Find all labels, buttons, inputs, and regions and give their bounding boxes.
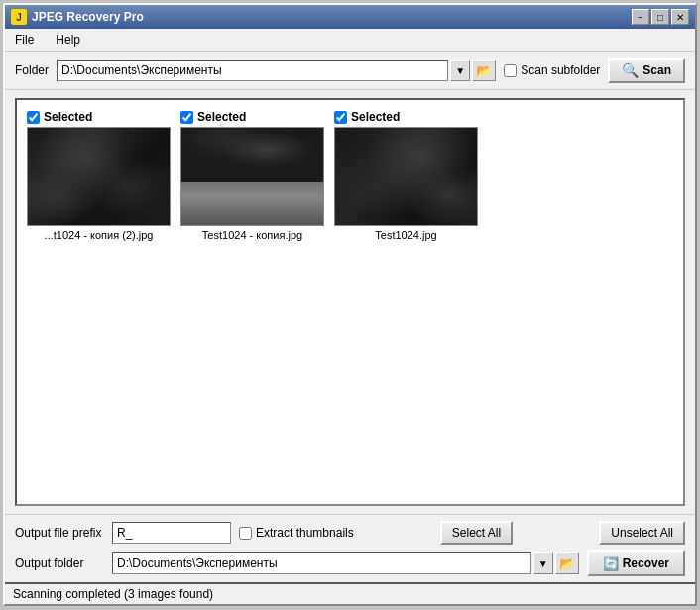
image-filename-3: Test1024.jpg <box>375 229 436 241</box>
title-bar-left: J JPEG Recovery Pro <box>11 9 144 25</box>
bottom-row-1: Output file prefix Extract thumbnails Se… <box>15 521 685 545</box>
output-folder-input[interactable] <box>112 552 531 574</box>
list-item: Selected ...t1024 - копия (2).jpg <box>27 110 171 241</box>
scan-button[interactable]: 🔍 Scan <box>608 58 685 83</box>
folder-dropdown-button[interactable]: ▼ <box>450 60 470 81</box>
status-bar: Scanning completed (3 images found) <box>5 582 695 604</box>
image-checkbox-3[interactable] <box>334 111 347 124</box>
image-checkbox-1[interactable] <box>27 111 40 124</box>
select-all-button[interactable]: Select All <box>440 521 513 545</box>
output-folder-icon: 📂 <box>559 556 575 571</box>
extract-thumbnails-text: Extract thumbnails <box>256 526 354 540</box>
output-prefix-label: Output file prefix <box>15 526 104 540</box>
output-prefix-input[interactable] <box>112 522 231 544</box>
title-bar: J JPEG Recovery Pro − □ ✕ <box>5 5 695 29</box>
extract-thumbnails-checkbox[interactable] <box>239 527 252 540</box>
image-checkbox-row-3: Selected <box>334 110 400 124</box>
folder-input[interactable] <box>57 60 448 81</box>
output-folder-dropdown-button[interactable]: ▼ <box>533 552 553 574</box>
window-title: JPEG Recovery Pro <box>32 10 144 24</box>
scan-subfolder-checkbox[interactable] <box>504 64 517 77</box>
folder-icon: 📂 <box>476 63 492 78</box>
scan-subfolder-label: Scan subfolder <box>521 63 600 77</box>
recover-icon: 🔄 <box>603 556 619 571</box>
image-checkbox-2[interactable] <box>180 111 193 124</box>
menu-help[interactable]: Help <box>50 31 86 49</box>
image-thumbnail-2[interactable] <box>180 127 324 226</box>
menu-file[interactable]: File <box>9 31 40 49</box>
close-button[interactable]: ✕ <box>671 9 689 25</box>
status-text: Scanning completed (3 images found) <box>13 587 213 601</box>
browse-button[interactable]: 📂 <box>472 60 496 81</box>
window-controls: − □ ✕ <box>632 9 689 25</box>
image-thumbnail-3[interactable] <box>334 127 478 226</box>
unselect-all-button[interactable]: Unselect All <box>599 521 685 545</box>
app-icon: J <box>11 9 27 25</box>
folder-label: Folder <box>15 63 49 77</box>
image-selected-label-1: Selected <box>44 110 92 124</box>
output-browse-button[interactable]: 📂 <box>555 552 579 574</box>
recover-button[interactable]: 🔄 Recover <box>587 550 685 576</box>
main-window: J JPEG Recovery Pro − □ ✕ File Help Fold… <box>3 3 697 606</box>
scan-subfolder-checkbox-label[interactable]: Scan subfolder <box>504 63 600 77</box>
image-checkbox-row-2: Selected <box>180 110 246 124</box>
bottom-controls: Output file prefix Extract thumbnails Se… <box>5 514 695 582</box>
extract-thumbnails-label[interactable]: Extract thumbnails <box>239 526 354 540</box>
main-content: Selected ...t1024 - копия (2).jpg Select… <box>5 90 695 514</box>
output-folder-label: Output folder <box>15 556 104 570</box>
scan-label: Scan <box>642 63 671 77</box>
magnifier-icon: 🔍 <box>622 62 639 78</box>
bottom-row-2: Output folder ▼ 📂 🔄 Recover <box>15 550 685 576</box>
image-selected-label-3: Selected <box>351 110 400 124</box>
image-filename-2: Test1024 - копия.jpg <box>202 229 302 241</box>
image-thumbnail-1[interactable] <box>27 127 171 226</box>
recover-label: Recover <box>623 556 669 570</box>
image-selected-label-2: Selected <box>197 110 246 124</box>
output-folder-row: ▼ 📂 <box>112 552 579 574</box>
maximize-button[interactable]: □ <box>651 9 669 25</box>
image-panel: Selected ...t1024 - копия (2).jpg Select… <box>15 98 685 506</box>
list-item: Selected Test1024.jpg <box>334 110 478 241</box>
list-item: Selected Test1024 - копия.jpg <box>180 110 324 241</box>
toolbar: Folder ▼ 📂 Scan subfolder 🔍 Scan <box>5 52 695 90</box>
folder-row: ▼ 📂 <box>57 60 496 81</box>
image-filename-1: ...t1024 - копия (2).jpg <box>45 229 154 241</box>
image-checkbox-row-1: Selected <box>27 110 92 124</box>
menu-bar: File Help <box>5 29 695 52</box>
minimize-button[interactable]: − <box>632 9 649 25</box>
